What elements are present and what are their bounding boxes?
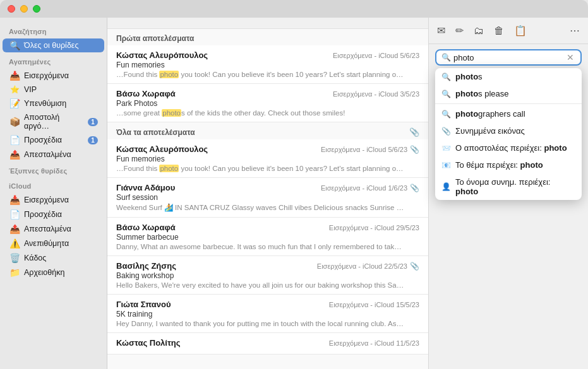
autocomplete-item-3[interactable]: 📎Συνημμένα εικόνας <box>435 122 582 139</box>
sidebar-item-vip[interactable]: ⭐VIP <box>3 83 104 96</box>
email-meta: Εισερχόμενα - iCloud 5/6/23 📎 <box>321 145 419 154</box>
sidebar-label-icloud-archive: Αρχειοθήκη <box>24 268 64 277</box>
section-header: Πρώτα αποτελέσματα <box>107 29 428 45</box>
autocomplete-divider <box>435 103 582 104</box>
email-row[interactable]: Κώστας ΑλευρόπουλοςΕισερχόμενα - iCloud … <box>107 139 428 178</box>
archive-icon[interactable]: 🗂 <box>472 23 486 38</box>
email-row[interactable]: Βασίλης ΖήσηςΕισερχόμενα - iCloud 22/5/2… <box>107 256 428 295</box>
email-sender: Βασίλης Ζήσης <box>116 261 176 271</box>
email-row[interactable]: Βάσω ΧωραφάΕισερχόμενα - iCloud 3/5/23Pa… <box>107 84 428 122</box>
sidebar-label-vip: VIP <box>24 85 37 94</box>
email-preview: Danny, What an awesome barbecue. It was … <box>116 243 404 250</box>
autocomplete-item-icon-5: 📧 <box>441 161 450 170</box>
autocomplete-item-text-6: Το όνομα συνημ. περιέχει: photo <box>455 177 575 196</box>
sidebar: Αναζήτηση🔍Όλες οι θυρίδεςΑγαπημένες📥Εισε… <box>0 18 107 369</box>
sidebar-section-label: Έξυπνες θυρίδες <box>0 162 107 177</box>
email-row[interactable]: Βάσω ΧωραφάΕισερχόμενα - iCloud 29/5/23S… <box>107 218 428 256</box>
email-meta: Εισερχόμενα - iCloud 15/5/23 <box>329 301 419 308</box>
sidebar-icon-icloud-sent: 📤 <box>9 224 20 234</box>
email-preview: …some great photos of the kids the other… <box>116 109 404 117</box>
sidebar-item-pending[interactable]: 📦Αποστολή αργό…1 <box>3 111 104 132</box>
sidebar-label-icloud-inbox: Εισερχόμενα <box>24 196 69 204</box>
app-window: Αναζήτηση🔍Όλες οι θυρίδεςΑγαπημένες📥Εισε… <box>0 18 588 369</box>
maximize-button[interactable] <box>33 5 40 13</box>
trash-icon[interactable]: 🗑 <box>492 23 506 38</box>
email-sender: Βάσω Χωραφά <box>116 223 176 232</box>
content-header <box>107 18 428 29</box>
attach-filter-icon[interactable]: 📎 <box>409 127 419 137</box>
autocomplete-item-4[interactable]: 📨Ο αποστολέας περιέχει: photo <box>435 139 582 156</box>
email-meta: Εισερχόμενα - iCloud 11/5/23 <box>329 339 419 347</box>
sidebar-item-icloud-sent[interactable]: 📤Απεσταλμένα <box>3 222 104 236</box>
sidebar-item-all-mailboxes[interactable]: 🔍Όλες οι θυρίδες <box>3 38 104 52</box>
autocomplete-item-text-2: photographers call <box>455 109 525 119</box>
sidebar-icon-icloud-drafts: 📄 <box>9 209 20 220</box>
sidebar-item-icloud-junk[interactable]: ⚠️Ανεπιθύμητα <box>3 237 104 250</box>
sidebar-item-drafts[interactable]: 📝Υπενθύμιση <box>3 97 104 110</box>
sidebar-icon-icloud-junk: ⚠️ <box>9 238 20 249</box>
sidebar-item-icloud-inbox[interactable]: 📥Εισερχόμενα <box>3 193 104 207</box>
autocomplete-item-icon-1: 🔍 <box>441 90 450 98</box>
email-row[interactable]: Κώστας ΠολίτηςΕισερχόμενα - iCloud 11/5/… <box>107 333 428 354</box>
sidebar-badge-pending: 1 <box>88 118 98 126</box>
sidebar-icon-vip: ⭐ <box>9 85 20 94</box>
autocomplete-item-icon-6: 👤 <box>441 182 450 191</box>
autocomplete-item-6[interactable]: 👤Το όνομα συνημ. περιέχει: photo <box>435 173 582 200</box>
sidebar-item-drafts2[interactable]: 📄Προσχέδια1 <box>3 133 104 147</box>
minimize-button[interactable] <box>20 5 28 13</box>
email-meta: Εισερχόμενα - iCloud 29/5/23 <box>329 224 419 231</box>
attachment-indicator: 📎 <box>410 262 419 271</box>
search-clear-button[interactable]: ✕ <box>565 52 575 62</box>
email-row[interactable]: Κώστας ΑλευρόπουλοςΕισερχόμενα - iCloud … <box>107 45 428 84</box>
section-label: Πρώτα αποτελέσματα <box>116 34 194 43</box>
email-preview: …Found this photo you took! Can you beli… <box>116 165 404 172</box>
sidebar-label-pending: Αποστολή αργό… <box>24 113 84 131</box>
email-meta: Εισερχόμενα - iCloud 1/6/23 📎 <box>321 184 419 192</box>
email-sender: Κώστας Αλευρόπουλος <box>116 144 208 154</box>
email-row-header: Κώστας ΠολίτηςΕισερχόμενα - iCloud 11/5/… <box>116 338 419 348</box>
sidebar-icon-all-mailboxes: 🔍 <box>9 40 20 50</box>
autocomplete-item-text-0: photos <box>455 72 483 81</box>
email-row[interactable]: Γιώτα ΣπανούΕισερχόμενα - iCloud 15/5/23… <box>107 295 428 333</box>
mail-icon[interactable]: ✉ <box>435 23 447 38</box>
sidebar-icon-pending: 📦 <box>9 117 20 127</box>
move-icon[interactable]: 📋 <box>512 23 529 38</box>
email-preview: Hey Danny, I wanted to thank you for put… <box>116 320 404 327</box>
sidebar-icon-drafts2: 📄 <box>9 135 20 145</box>
sidebar-label-drafts2: Προσχέδια <box>24 136 62 144</box>
sidebar-label-icloud-sent: Απεσταλμένα <box>24 225 71 233</box>
sidebar-item-icloud-archive[interactable]: 📁Αρχειοθήκη <box>3 266 104 279</box>
autocomplete-item-2[interactable]: 🔍photographers call <box>435 105 582 122</box>
autocomplete-item-icon-0: 🔍 <box>441 73 450 81</box>
email-subject: Baking workshop <box>116 271 419 280</box>
title-bar <box>0 0 588 18</box>
email-subject: Park Photos <box>116 99 419 108</box>
autocomplete-item-1[interactable]: 🔍photos please <box>435 85 582 102</box>
email-subject: 5K training <box>116 310 419 319</box>
email-row[interactable]: Γιάννα ΑδάμουΕισερχόμενα - iCloud 1/6/23… <box>107 178 428 218</box>
compose-icon[interactable]: ✏ <box>453 23 465 38</box>
sidebar-item-sent[interactable]: 📤Απεσταλμένα <box>3 148 104 161</box>
close-button[interactable] <box>8 5 15 13</box>
sidebar-item-icloud-drafts[interactable]: 📄Προσχέδια <box>3 208 104 221</box>
sidebar-label-icloud-drafts: Προσχέδια <box>24 210 62 219</box>
email-row-header: Κώστας ΑλευρόπουλοςΕισερχόμενα - iCloud … <box>116 50 419 60</box>
search-input[interactable] <box>453 53 563 62</box>
autocomplete-item-icon-4: 📨 <box>441 144 450 153</box>
email-row-header: Βάσω ΧωραφάΕισερχόμενα - iCloud 29/5/23 <box>116 223 419 232</box>
attachment-indicator: 📎 <box>410 145 419 154</box>
sidebar-item-inbox[interactable]: 📥Εισερχόμενα <box>3 69 104 83</box>
autocomplete-item-text-1: photos please <box>455 89 509 98</box>
sidebar-item-icloud-trash[interactable]: 🗑️Κάδος <box>3 251 104 265</box>
autocomplete-item-0[interactable]: 🔍photos <box>435 68 582 85</box>
email-row-header: Κώστας ΑλευρόπουλοςΕισερχόμενα - iCloud … <box>116 144 419 154</box>
content-area: Πρώτα αποτελέσματαΚώστας ΑλευρόπουλοςΕισ… <box>107 18 429 369</box>
more-icon[interactable]: ⋯ <box>568 23 582 38</box>
sidebar-section-label: Αγαπημένες <box>0 53 107 68</box>
email-preview: Weekend Surf 🏄 IN SANTA CRUZ Glassy wave… <box>116 203 404 212</box>
autocomplete-item-5[interactable]: 📧Το θέμα περιέχει: photo <box>435 156 582 173</box>
autocomplete-dropdown: 🔍photos🔍photos please🔍photographers call… <box>435 68 582 200</box>
search-area: 🔍 ✕ 🔍photos🔍photos please🔍photographers … <box>429 44 588 369</box>
sidebar-label-icloud-junk: Ανεπιθύμητα <box>24 239 69 248</box>
sidebar-section-label: iCloud <box>0 177 107 192</box>
